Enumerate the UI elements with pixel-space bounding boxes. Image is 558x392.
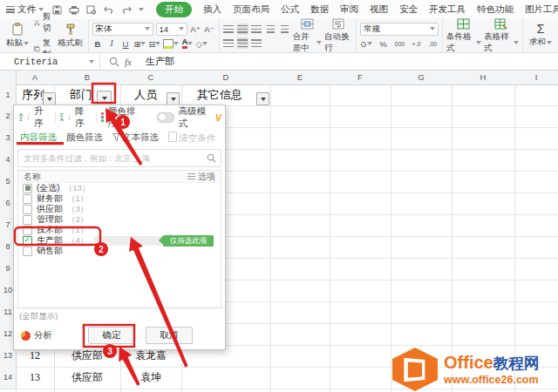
tab-view[interactable]: 视图 bbox=[370, 3, 388, 16]
cut-button[interactable]: 剪切 bbox=[34, 11, 54, 34]
advanced-mode-toggle[interactable] bbox=[157, 112, 174, 123]
font-color-button[interactable]: A bbox=[181, 38, 193, 50]
checkbox-unchecked[interactable] bbox=[23, 205, 32, 214]
tab-color-filter[interactable]: 颜色筛选 bbox=[66, 132, 103, 144]
checkbox-unchecked[interactable] bbox=[23, 194, 32, 204]
checkbox-checked[interactable] bbox=[23, 236, 32, 246]
font-size-select[interactable]: 14 bbox=[156, 23, 187, 36]
tab-picture-tools[interactable]: 图片工具 bbox=[525, 3, 558, 16]
advanced-mode-label[interactable]: 高级模式 bbox=[179, 105, 211, 130]
underline-button[interactable]: U bbox=[120, 38, 132, 50]
wrap-text-button[interactable]: 自动换行 bbox=[324, 18, 352, 54]
table-style-button[interactable]: 表格样式 bbox=[484, 18, 519, 54]
comma-format-button[interactable]: 000 bbox=[394, 38, 405, 50]
tab-home[interactable]: 开始 bbox=[156, 2, 192, 17]
col-header-c[interactable]: C bbox=[138, 71, 164, 84]
tab-special-features[interactable]: 特色功能 bbox=[477, 3, 514, 16]
zoom-formula-icon[interactable] bbox=[109, 57, 119, 67]
name-box[interactable]: Criteria bbox=[0, 53, 100, 70]
align-center-button[interactable] bbox=[237, 37, 248, 49]
align-top-button[interactable] bbox=[223, 24, 235, 35]
fill-color-button[interactable] bbox=[163, 38, 179, 50]
checkbox-unchecked[interactable] bbox=[23, 215, 32, 225]
sort-asc-button[interactable]: 升序 bbox=[34, 105, 51, 130]
number-format-select[interactable]: 常规 bbox=[360, 23, 439, 36]
font-group: 宋体 14 A⁺ A⁻ B I U ⊞ ⊟ A ◇ bbox=[89, 19, 220, 52]
cancel-button[interactable]: 取消 bbox=[146, 327, 193, 344]
col-header-g[interactable]: G bbox=[408, 71, 434, 84]
tab-content-filter[interactable]: 内容筛选 bbox=[20, 132, 57, 144]
cell-c14[interactable]: 袁坤 bbox=[120, 367, 181, 389]
tab-insert[interactable]: 插入 bbox=[203, 3, 221, 16]
toolbar-more-icon[interactable] bbox=[139, 8, 144, 11]
align-middle-button[interactable] bbox=[237, 24, 248, 35]
show-all-label: (全部显示) bbox=[19, 311, 58, 322]
search-icon[interactable] bbox=[207, 153, 216, 163]
tab-text-filter[interactable]: 文本筛选 bbox=[112, 132, 159, 144]
conditional-format-button[interactable]: 条件格式 bbox=[446, 18, 481, 54]
print-icon[interactable] bbox=[69, 5, 79, 15]
font-name-select[interactable]: 宋体 bbox=[92, 23, 153, 36]
col-header-b[interactable]: B bbox=[74, 71, 100, 84]
tab-page-layout[interactable]: 页面布局 bbox=[233, 3, 269, 16]
align-bottom-button[interactable] bbox=[251, 24, 262, 35]
tab-security[interactable]: 安全 bbox=[399, 3, 418, 16]
clear-conditions-button[interactable]: 清空条件 bbox=[168, 132, 215, 145]
tab-developer[interactable]: 开发工具 bbox=[429, 3, 466, 16]
tab-formulas[interactable]: 公式 bbox=[281, 3, 299, 16]
decrease-font-button[interactable]: A⁻ bbox=[204, 24, 215, 35]
filter-button-d[interactable] bbox=[256, 92, 269, 105]
sort-desc-button[interactable]: 降序 bbox=[75, 105, 92, 130]
col-header-f[interactable]: F bbox=[347, 71, 373, 84]
bold-button[interactable]: B bbox=[92, 38, 104, 50]
clear-format-button[interactable]: ◇ bbox=[195, 38, 207, 50]
ok-button[interactable]: 确定 bbox=[88, 327, 135, 344]
col-header-h[interactable]: H bbox=[470, 71, 496, 84]
row-header-1[interactable]: 1 bbox=[0, 84, 17, 106]
draw-border-button[interactable]: ⊟ bbox=[148, 38, 160, 50]
row-header-14[interactable]: 14 bbox=[0, 367, 17, 389]
format-painter-button[interactable]: 格式刷 bbox=[57, 24, 85, 49]
save-icon[interactable] bbox=[52, 5, 62, 15]
col-header-i[interactable]: I bbox=[523, 71, 549, 84]
col-header-d[interactable]: D bbox=[213, 71, 239, 84]
options-button[interactable]: 选项 bbox=[187, 171, 215, 183]
cell-b14[interactable]: 供应部 bbox=[54, 367, 120, 389]
filter-button-b[interactable] bbox=[97, 91, 112, 105]
redo-icon[interactable] bbox=[121, 5, 132, 14]
checkbox-unchecked[interactable] bbox=[23, 226, 32, 235]
checkbox-unchecked[interactable] bbox=[23, 247, 32, 256]
cell-a14[interactable]: 13 bbox=[16, 367, 54, 389]
merge-center-button[interactable]: 合并居中 bbox=[293, 18, 322, 54]
fx-icon[interactable]: fx bbox=[125, 57, 132, 67]
undo-icon[interactable] bbox=[104, 5, 114, 14]
currency-format-button[interactable]: ⊙ bbox=[360, 38, 372, 50]
tab-data[interactable]: 数据 bbox=[310, 3, 329, 16]
increase-decimal-button[interactable]: +.0 bbox=[411, 38, 422, 50]
cell-c1[interactable]: 人员 bbox=[120, 84, 171, 105]
analyze-button[interactable]: 分析 bbox=[21, 329, 52, 341]
col-header-e[interactable]: E bbox=[287, 71, 313, 84]
filter-item-sales[interactable]: 销售部 bbox=[18, 246, 221, 256]
filter-button-a[interactable] bbox=[43, 92, 56, 105]
italic-button[interactable]: I bbox=[106, 38, 118, 50]
increase-indent-button[interactable] bbox=[279, 24, 290, 35]
filter-button-c[interactable] bbox=[167, 92, 180, 105]
percent-format-button[interactable]: % bbox=[378, 38, 389, 50]
select-all-corner[interactable] bbox=[0, 71, 17, 84]
decrease-indent-button[interactable] bbox=[265, 24, 276, 35]
increase-font-button[interactable]: A⁺ bbox=[190, 24, 201, 35]
filter-search-input[interactable] bbox=[18, 153, 207, 163]
tab-review[interactable]: 审阅 bbox=[340, 3, 358, 16]
checkbox-indeterminate[interactable] bbox=[23, 184, 32, 193]
sum-button[interactable]: Σ 求和 bbox=[527, 24, 555, 48]
color-sort-button[interactable]: 颜色排序 bbox=[108, 105, 140, 130]
col-header-a[interactable]: A bbox=[22, 71, 48, 84]
borders-button[interactable]: ⊞ bbox=[134, 38, 146, 50]
paste-button[interactable]: 粘贴 bbox=[3, 23, 31, 49]
cell-d1[interactable]: 其它信息 bbox=[181, 84, 258, 105]
align-left-button[interactable] bbox=[223, 37, 235, 49]
print-preview-icon[interactable] bbox=[86, 5, 97, 15]
decrease-decimal-button[interactable]: .00 bbox=[427, 38, 439, 50]
align-right-button[interactable] bbox=[251, 37, 262, 49]
